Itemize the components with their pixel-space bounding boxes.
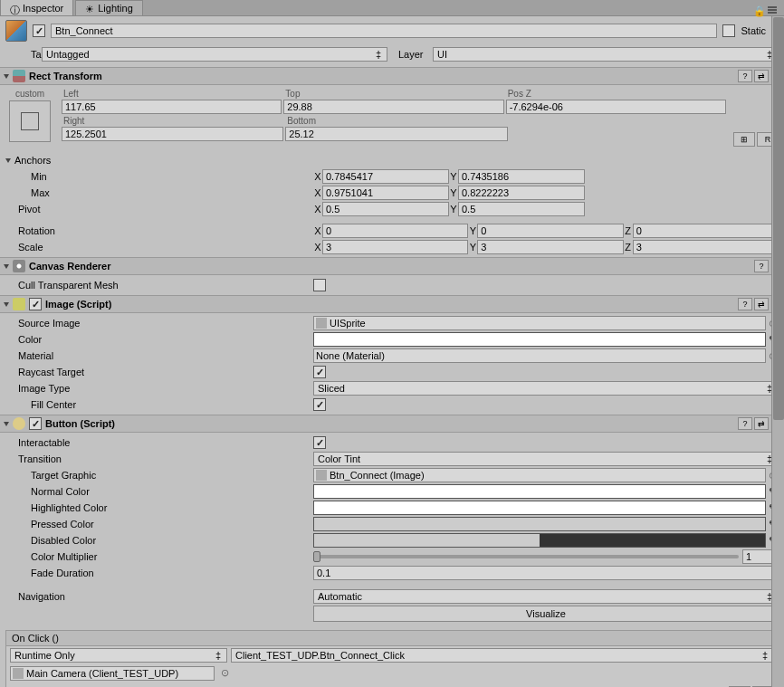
sprite-icon — [316, 318, 327, 329]
scale-x[interactable] — [322, 240, 468, 254]
gameobject-name-input[interactable] — [51, 24, 717, 38]
anchors-label: Anchors — [11, 155, 51, 166]
image-header: Image (Script) ? ⇄ ⚙ — [0, 295, 784, 313]
canvas-renderer-header: Canvas Renderer ? ⚙ — [0, 257, 784, 275]
help-button[interactable]: ? — [738, 70, 752, 82]
pressed-color-field[interactable] — [313, 517, 766, 531]
rotation-z[interactable] — [633, 224, 779, 238]
button-component-icon — [13, 417, 25, 430]
pivot-y[interactable] — [458, 202, 585, 216]
left-input[interactable] — [62, 100, 282, 114]
preset-button[interactable]: ⇄ — [754, 70, 769, 82]
rotation-x[interactable] — [322, 224, 468, 238]
rotation-label: Rotation — [5, 225, 313, 236]
preset-button[interactable]: ⇄ — [754, 298, 769, 310]
navigation-dropdown[interactable]: Automatic‡ — [313, 589, 779, 604]
normal-color-label: Normal Color — [5, 486, 313, 497]
right-input[interactable] — [62, 127, 283, 141]
image-type-label: Image Type — [5, 383, 313, 394]
runtime-dropdown[interactable]: Runtime Only‡ — [10, 648, 227, 663]
anchor-min-y[interactable] — [458, 169, 585, 184]
normal-color-field[interactable] — [313, 484, 766, 499]
color-field[interactable] — [313, 332, 766, 347]
pivot-label: Pivot — [5, 204, 313, 215]
disabled-color-label: Disabled Color — [5, 535, 313, 546]
tab-inspector[interactable]: ⓘ Inspector — [0, 0, 73, 15]
image-type-dropdown[interactable]: Sliced‡ — [313, 381, 779, 396]
button-enabled-checkbox[interactable] — [29, 417, 42, 430]
object-picker-button[interactable] — [218, 666, 231, 679]
help-button[interactable]: ? — [738, 417, 752, 430]
gameobject-header: Static — [0, 16, 784, 45]
scale-z[interactable] — [633, 240, 779, 254]
layer-dropdown[interactable]: UI ‡ — [433, 47, 779, 62]
anchor-min-x[interactable] — [322, 169, 449, 184]
image-icon — [316, 470, 327, 481]
image-enabled-checkbox[interactable] — [29, 298, 42, 310]
active-checkbox[interactable] — [33, 24, 45, 37]
top-input[interactable] — [283, 100, 503, 114]
material-label: Material — [5, 350, 313, 361]
preset-button[interactable]: ⇄ — [754, 417, 769, 430]
event-target-field[interactable]: Main Camera (Client_TEST_UDP) — [10, 666, 215, 681]
tab-label: Lighting — [98, 3, 133, 14]
target-graphic-label: Target Graphic — [5, 470, 313, 481]
tag-dropdown[interactable]: Untagged ‡ — [42, 47, 387, 62]
foldout-icon[interactable] — [4, 74, 9, 79]
tag-layer-row: Tag Untagged ‡ Layer UI ‡ — [0, 45, 784, 63]
static-label: Static — [741, 25, 766, 36]
component-title: Rect Transform — [29, 71, 102, 81]
rotation-y[interactable] — [477, 224, 623, 238]
cull-mesh-checkbox[interactable] — [313, 279, 326, 291]
method-dropdown[interactable]: Client_TEST_UDP.Btn_Connect_Click‡ — [231, 648, 774, 663]
fill-center-checkbox[interactable] — [313, 398, 326, 411]
anchor-max-y[interactable] — [458, 186, 585, 200]
panel-menu-button[interactable] — [766, 5, 779, 15]
help-button[interactable]: ? — [754, 260, 769, 272]
color-label: Color — [5, 334, 313, 345]
transition-label: Transition — [5, 453, 313, 464]
interactable-checkbox[interactable] — [313, 436, 326, 449]
raycast-checkbox[interactable] — [313, 366, 326, 378]
component-title: Button (Script) — [45, 418, 115, 429]
disabled-color-field[interactable] — [313, 533, 766, 548]
rect-transform-icon — [13, 70, 25, 82]
image-component-icon — [13, 298, 25, 310]
component-title: Canvas Renderer — [29, 261, 111, 272]
gameobject-icon — [13, 668, 24, 679]
foldout-icon[interactable] — [4, 264, 9, 269]
anchor-preset[interactable]: custom — [5, 89, 54, 147]
scrollbar[interactable] — [771, 16, 784, 687]
foldout-icon[interactable] — [4, 302, 9, 307]
material-field[interactable]: None (Material) — [313, 348, 766, 363]
bottom-input[interactable] — [285, 127, 507, 141]
cull-mesh-label: Cull Transparent Mesh — [5, 280, 313, 291]
source-image-field[interactable]: UISprite — [313, 316, 766, 330]
onclick-event-box: On Click () Runtime Only‡ Client_TEST_UD… — [5, 630, 779, 687]
rect-transform-header: Rect Transform ? ⇄ ⚙ — [0, 67, 784, 85]
button-header: Button (Script) ? ⇄ ⚙ — [0, 415, 784, 433]
anchor-max-x[interactable] — [322, 186, 449, 200]
pivot-x[interactable] — [322, 202, 449, 216]
fade-duration-input[interactable] — [313, 566, 779, 580]
fade-duration-label: Fade Duration — [5, 568, 313, 578]
fill-center-label: Fill Center — [5, 399, 313, 410]
transition-dropdown[interactable]: Color Tint‡ — [313, 452, 779, 466]
interactable-label: Interactable — [5, 437, 313, 448]
lock-icon[interactable]: 🔒 — [753, 5, 762, 14]
navigation-label: Navigation — [5, 591, 313, 602]
posz-input[interactable] — [506, 100, 726, 114]
foldout-icon[interactable] — [4, 422, 9, 426]
raycast-label: Raycast Target — [5, 367, 313, 377]
blueprint-button[interactable]: ⊞ — [733, 132, 755, 147]
static-checkbox[interactable] — [722, 24, 735, 37]
highlighted-color-field[interactable] — [313, 501, 766, 515]
tab-lighting[interactable]: ☀ Lighting — [75, 0, 143, 15]
visualize-button[interactable]: Visualize — [313, 606, 779, 622]
help-button[interactable]: ? — [738, 298, 752, 310]
gameobject-icon[interactable] — [5, 20, 27, 42]
color-multiplier-slider[interactable] — [313, 555, 739, 558]
target-graphic-field[interactable]: Btn_Connect (Image) — [313, 468, 766, 482]
scale-y[interactable] — [477, 240, 623, 254]
info-icon: ⓘ — [10, 4, 19, 13]
